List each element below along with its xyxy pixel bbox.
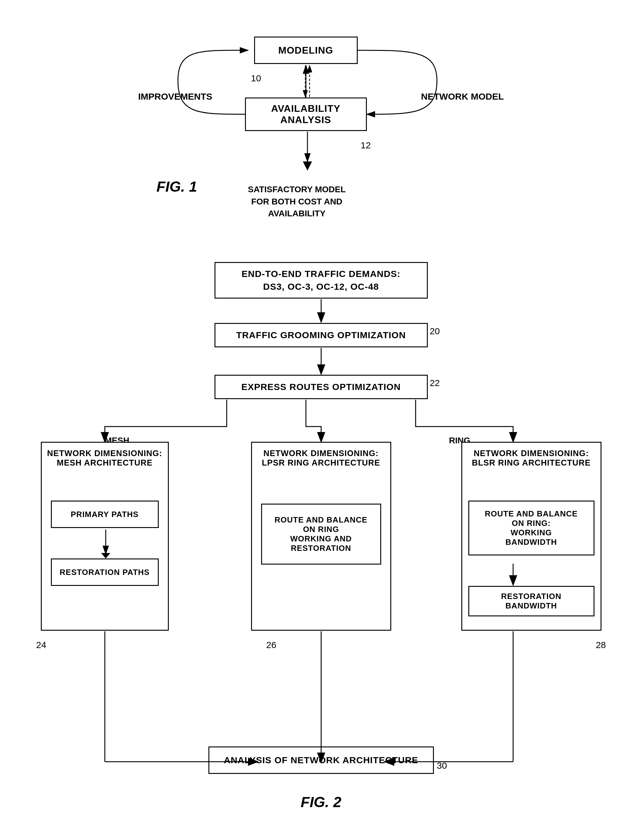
fig1-avail-label: AVAILABILITY ANALYSIS bbox=[271, 103, 340, 125]
fig1-ref10: 10 bbox=[251, 73, 261, 83]
fig2-ref28: 28 bbox=[596, 640, 606, 650]
fig2-mesh-restoration-label: RESTORATION PATHS bbox=[60, 568, 149, 577]
fig2-blsr-inner2-box: RESTORATION BANDWIDTH bbox=[469, 586, 595, 616]
fig2-lpsr-inner-box: ROUTE AND BALANCE ON RING WORKING AND RE… bbox=[261, 504, 381, 564]
fig2-blsr-inner2-label: RESTORATION BANDWIDTH bbox=[501, 592, 562, 611]
fig2-lpsr-dim-title: NETWORK DIMENSIONING: LPSR RING ARCHITEC… bbox=[252, 449, 390, 468]
fig1-improvements-label: IMPROVEMENTS bbox=[138, 91, 212, 102]
fig2-analysis-label: ANALYSIS OF NETWORK ARCHITECTURE bbox=[224, 755, 418, 765]
svg-marker-9 bbox=[101, 553, 110, 558]
fig2-express-routes-label: EXPRESS ROUTES OPTIMIZATION bbox=[241, 382, 401, 392]
fig2-blsr-inner1-label: ROUTE AND BALANCE ON RING: WORKING BANDW… bbox=[485, 509, 578, 547]
fig2-lpsr-inner-label: ROUTE AND BALANCE ON RING WORKING AND RE… bbox=[274, 515, 368, 553]
fig2-blsr-dim-box: NETWORK DIMENSIONING: BLSR RING ARCHITEC… bbox=[461, 442, 601, 631]
fig1-modeling-box: MODELING bbox=[254, 37, 358, 64]
fig2-blsr-dim-title: NETWORK DIMENSIONING: BLSR RING ARCHITEC… bbox=[462, 449, 601, 468]
fig1-modeling-label: MODELING bbox=[278, 45, 333, 56]
fig1-avail-box: AVAILABILITY ANALYSIS bbox=[245, 97, 367, 131]
fig2-lpsr-dim-box: NETWORK DIMENSIONING: LPSR RING ARCHITEC… bbox=[251, 442, 391, 631]
fig2-demands-label: END-TO-END TRAFFIC DEMANDS: DS3, OC-3, O… bbox=[242, 268, 400, 293]
fig2-diagram: END-TO-END TRAFFIC DEMANDS: DS3, OC-3, O… bbox=[32, 262, 611, 811]
fig2-mesh-restoration-box: RESTORATION PATHS bbox=[51, 558, 159, 586]
fig2-mesh-inner-arrow bbox=[51, 528, 160, 558]
fig1-satisfactory-label: SATISFACTORY MODEL FOR BOTH COST AND AVA… bbox=[248, 183, 346, 219]
fig2-demands-box: END-TO-END TRAFFIC DEMANDS: DS3, OC-3, O… bbox=[214, 262, 428, 298]
fig1-figure-label: FIG. 1 bbox=[157, 178, 197, 195]
fig1-diagram: MODELING AVAILABILITY ANALYSIS IMPROVEME… bbox=[138, 31, 504, 219]
fig2-ref22: 22 bbox=[430, 378, 440, 388]
fig2-figure-label: FIG. 2 bbox=[301, 794, 341, 811]
fig2-blsr-inner1-box: ROUTE AND BALANCE ON RING: WORKING BANDW… bbox=[469, 501, 595, 555]
fig2-mesh-primary-label: PRIMARY PATHS bbox=[71, 510, 139, 519]
svg-marker-6 bbox=[303, 162, 312, 170]
fig2-traffic-grooming-label: TRAFFIC GROOMING OPTIMIZATION bbox=[236, 330, 406, 341]
fig2-analysis-box: ANALYSIS OF NETWORK ARCHITECTURE bbox=[208, 746, 434, 774]
fig2-traffic-grooming-box: TRAFFIC GROOMING OPTIMIZATION bbox=[214, 323, 428, 347]
fig2-ref26: 26 bbox=[266, 640, 276, 650]
fig2-mesh-dim-title: NETWORK DIMENSIONING: MESH ARCHITECTURE bbox=[42, 449, 168, 468]
fig2-ref20: 20 bbox=[430, 326, 440, 336]
fig1-ref12: 12 bbox=[361, 140, 371, 151]
fig2-mesh-dim-box: NETWORK DIMENSIONING: MESH ARCHITECTURE … bbox=[41, 442, 169, 631]
page: MODELING AVAILABILITY ANALYSIS IMPROVEME… bbox=[0, 0, 642, 840]
fig2-ref24: 24 bbox=[36, 640, 46, 650]
fig2-mesh-primary-box: PRIMARY PATHS bbox=[51, 501, 159, 528]
fig2-express-routes-box: EXPRESS ROUTES OPTIMIZATION bbox=[214, 375, 428, 399]
fig1-network-model-label: NETWORK MODEL bbox=[421, 91, 504, 102]
fig2-ref30: 30 bbox=[437, 761, 447, 771]
